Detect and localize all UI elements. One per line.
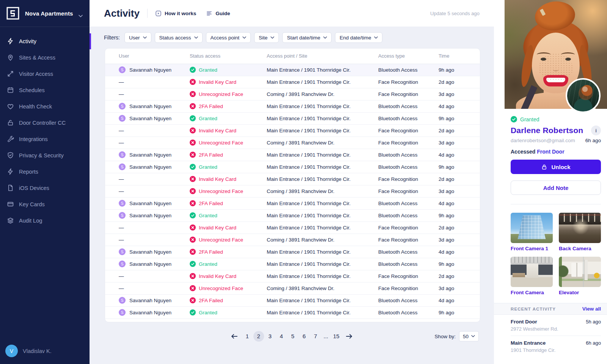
sidebar-item-health-check[interactable]: Health Check <box>0 98 90 115</box>
access-point-cell: Coming / 3891 Ranchview Dr. <box>267 234 378 246</box>
filter-dropdown-end-date-time[interactable]: End date/time <box>335 32 382 43</box>
camera-thumbnail[interactable] <box>559 213 601 243</box>
user-name: Savannah Nguyen <box>129 152 171 158</box>
next-page-arrow-icon[interactable] <box>345 334 353 339</box>
table-row[interactable]: —Invalid Key CardMain Entrance / 1901 Th… <box>105 76 480 88</box>
page-number-2[interactable]: 2 <box>253 331 264 342</box>
content: Filters: UserStatus accessAccess pointSi… <box>90 27 494 364</box>
filter-dropdown-site[interactable]: Site <box>254 32 279 43</box>
add-note-button[interactable]: Add Note <box>511 180 601 195</box>
table-row[interactable]: SSavannah NguyenGrantedMain Entrance / 1… <box>105 258 480 270</box>
x-circle-icon <box>190 176 196 182</box>
table-row[interactable]: SSavannah Nguyen2FA FailedMain Entrance … <box>105 294 480 306</box>
time-cell: 2d ago <box>439 124 480 136</box>
sidebar-item-reports[interactable]: Reports <box>0 163 90 180</box>
current-user[interactable]: V Vladislav K. <box>5 345 52 357</box>
how-it-works-link[interactable]: How it works <box>155 10 196 17</box>
table-row[interactable]: —Invalid Key CardMain Entrance / 1901 Th… <box>105 173 480 185</box>
camera-card: Front Camera 1 <box>511 213 553 257</box>
access-point-cell: Coming / 3891 Ranchview Dr. <box>267 282 378 294</box>
table-row[interactable]: —Invalid Key CardMain Entrance / 1901 Th… <box>105 221 480 234</box>
access-point-cell: Coming / 3891 Ranchview Dr. <box>267 185 378 197</box>
lock-open-icon <box>7 119 14 126</box>
page-number-7[interactable]: 7 <box>310 331 321 342</box>
sidebar-item-door-controller[interactable]: Door Controller CC <box>0 115 90 131</box>
page-number-15[interactable]: 15 <box>331 331 341 342</box>
empty-user-dash: — <box>119 225 124 231</box>
sidebar-item-visitor-access[interactable]: Visitor Access <box>0 66 90 82</box>
check-circle-icon <box>190 67 196 73</box>
sidebar-nav: ActivitySites & AccessVisitor AccessSche… <box>0 33 90 229</box>
filter-dropdown-status-access[interactable]: Status access <box>155 32 203 43</box>
page-number-5[interactable]: 5 <box>288 331 298 342</box>
camera-link[interactable]: Front Camera 1 <box>511 246 553 251</box>
page-number-3[interactable]: 3 <box>265 331 275 342</box>
empty-user-dash: — <box>119 237 124 243</box>
guide-label: Guide <box>215 11 230 16</box>
recent-activity-item[interactable]: Front Door5h ago2972 Westheimer Rd. <box>511 315 601 332</box>
table-row[interactable]: —Invalid Key CardMain Entrance / 1901 Th… <box>105 124 480 136</box>
status-label: Granted <box>199 67 217 73</box>
prev-page-arrow-icon[interactable] <box>230 334 239 339</box>
table-row[interactable]: SSavannah NguyenGrantedMain Entrance / 1… <box>105 161 480 173</box>
table-row[interactable]: SSavannah Nguyen2FA FailedMain Entrance … <box>105 246 480 258</box>
table-row[interactable]: SSavannah NguyenGrantedMain Entrance / 1… <box>105 306 480 318</box>
table-row[interactable]: SSavannah NguyenGrantedMain Entrance / 1… <box>105 209 480 221</box>
table-row[interactable]: —Unrecognized FaceComing / 3891 Ranchvie… <box>105 136 480 149</box>
table-row[interactable]: SSavannah NguyenGrantedMain Entrance / 1… <box>105 64 480 76</box>
table-row[interactable]: —Unrecognized FaceComing / 3891 Ranchvie… <box>105 88 480 100</box>
status-label: Invalid Key Card <box>199 128 236 133</box>
table-row[interactable]: SSavannah Nguyen2FA FailedMain Entrance … <box>105 197 480 209</box>
column-header: Status access <box>190 49 267 64</box>
access-type-cell: Face Recognition <box>378 124 439 136</box>
page-number-4[interactable]: 4 <box>276 331 287 342</box>
org-switcher[interactable]: Nova Apartments <box>0 0 90 27</box>
sidebar-item-schedules[interactable]: Schedules <box>0 82 90 98</box>
camera-thumbnail[interactable] <box>511 213 553 243</box>
filter-dropdown-access-point[interactable]: Access point <box>206 32 251 43</box>
table-row[interactable]: SSavannah Nguyen2FA FailedMain Entrance … <box>105 149 480 161</box>
sidebar-item-ios-devices[interactable]: iOS Devices <box>0 180 90 196</box>
user-avatar: S <box>119 309 126 316</box>
accessed-door-link[interactable]: Front Door <box>537 149 564 155</box>
camera-thumbnail[interactable] <box>559 257 601 287</box>
sidebar-item-activity[interactable]: Activity <box>0 33 90 49</box>
show-by-select[interactable]: 50 <box>459 331 479 341</box>
sidebar-item-privacy-security[interactable]: Privacy & Security <box>0 147 90 163</box>
camera-link[interactable]: Elevator <box>559 290 601 295</box>
user-name: Savannah Nguyen <box>129 201 171 206</box>
show-by-label: Show by: <box>434 333 456 339</box>
table-row[interactable]: —Invalid Key CardMain Entrance / 1901 Th… <box>105 270 480 282</box>
status-label: Invalid Key Card <box>199 79 236 85</box>
user-name: Savannah Nguyen <box>129 116 171 121</box>
view-all-link[interactable]: View all <box>582 306 601 312</box>
time-cell: 9h ago <box>439 209 480 221</box>
recent-activity-item[interactable]: Main Entrance6h ago1901 Thornridge Cir. <box>511 336 601 353</box>
filter-dropdown-start-date-time[interactable]: Start date/time <box>282 32 332 43</box>
divider <box>147 9 148 18</box>
visitor-details: Granted Darlene Robertson i darlenrobert… <box>494 116 607 353</box>
guide-link[interactable]: Guide <box>206 10 230 17</box>
table-row[interactable]: —Unrecognized FaceComing / 3891 Ranchvie… <box>105 234 480 246</box>
filter-dropdown-user[interactable]: User <box>124 32 151 43</box>
sidebar-item-audit-log[interactable]: Audit Log <box>0 212 90 229</box>
access-point-cell: Main Entrance / 1901 Thornridge Cir. <box>267 306 378 318</box>
sidebar-item-integrations[interactable]: Integrations <box>0 131 90 147</box>
info-icon[interactable]: i <box>591 126 601 135</box>
check-circle-icon <box>190 261 196 267</box>
table-row[interactable]: —Unrecognized FaceComing / 3891 Ranchvie… <box>105 185 480 197</box>
sidebar-item-label: Visitor Access <box>19 71 53 77</box>
camera-link[interactable]: Front Camera <box>511 290 553 295</box>
sidebar-item-key-cards[interactable]: Key Cards <box>0 196 90 212</box>
camera-thumbnail[interactable] <box>511 257 553 287</box>
table-row[interactable]: SSavannah NguyenGrantedMain Entrance / 1… <box>105 112 480 124</box>
camera-link[interactable]: Back Camera <box>559 246 601 251</box>
page-number-1[interactable]: 1 <box>242 331 253 342</box>
table-row[interactable]: —Unrecognized FaceComing / 3891 Ranchvie… <box>105 282 480 294</box>
time-cell: 4d ago <box>439 294 480 306</box>
sidebar-item-sites-access[interactable]: Sites & Access <box>0 49 90 66</box>
table-row[interactable]: SSavannah Nguyen2FA FailedMain Entrance … <box>105 100 480 112</box>
x-circle-icon <box>190 140 196 146</box>
page-number-6[interactable]: 6 <box>299 331 310 342</box>
unlock-button[interactable]: Unlock <box>511 160 601 174</box>
